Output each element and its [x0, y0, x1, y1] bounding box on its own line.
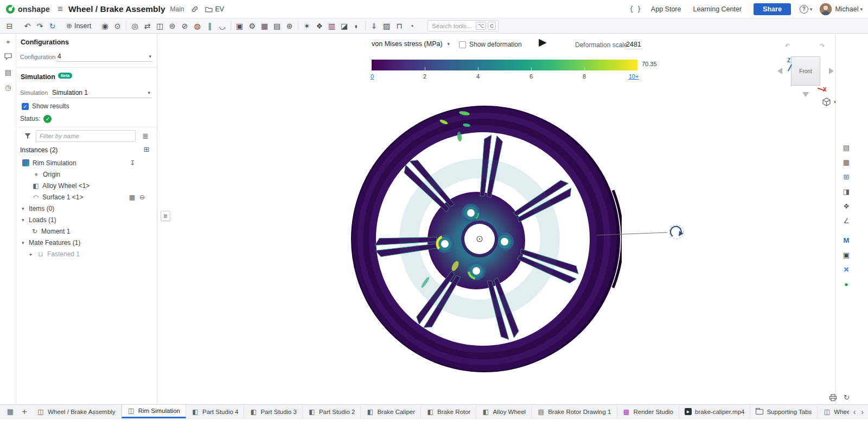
parallel-relation-icon[interactable]: ∥: [203, 20, 216, 32]
exploded-view-icon[interactable]: ✶: [301, 20, 313, 32]
planar-mate-icon[interactable]: ◫: [154, 20, 166, 32]
rotate-down-arrow[interactable]: [802, 92, 809, 97]
simulation-results-icon[interactable]: ◔: [405, 20, 418, 32]
workspace-label[interactable]: Main: [170, 5, 184, 13]
wheel-simulation-model[interactable]: [344, 103, 622, 374]
legend-max-bound[interactable]: 10+: [629, 73, 639, 80]
mesh-icon[interactable]: ▦: [129, 193, 135, 201]
chevron-down-icon[interactable]: ▾: [22, 217, 27, 223]
undo-icon[interactable]: ↶: [21, 20, 34, 32]
tree-item-surface-1[interactable]: ◠ Surface 1 <1> ▦ ⊖: [16, 191, 157, 203]
view-options-cube-menu[interactable]: ▾: [822, 98, 835, 106]
appearance-icon[interactable]: ◐: [350, 20, 363, 32]
rotate-ccw-icon[interactable]: ↶: [785, 42, 790, 49]
help-icon[interactable]: ?: [800, 5, 808, 14]
chevron-right-icon[interactable]: ▸: [30, 251, 35, 257]
view-cube-front-face[interactable]: Front: [791, 56, 820, 86]
legend-min-bound[interactable]: 0: [371, 73, 374, 80]
integration-app-icon-4[interactable]: ●: [840, 278, 852, 290]
snapshot-icon[interactable]: ❖: [313, 20, 326, 32]
properties-panel-icon[interactable]: ▤: [840, 141, 852, 153]
chevron-down-icon[interactable]: ▾: [860, 7, 863, 12]
tangent-relation-icon[interactable]: ◡: [216, 20, 228, 32]
fixed-constraint-icon[interactable]: ⊖: [139, 193, 145, 201]
tab-rim-simulation[interactable]: ◫ Rim Simulation: [122, 405, 186, 418]
mate-connector-icon[interactable]: ◉: [99, 20, 111, 32]
structural-loads-icon[interactable]: ⇓: [368, 20, 380, 32]
versions-panel-icon[interactable]: ⊞: [840, 171, 852, 183]
mate-relation-icon[interactable]: ⚙: [246, 20, 258, 32]
tab-brake-rotor[interactable]: ◧ Brake Rotor: [421, 405, 476, 418]
result-type-dropdown[interactable]: von Mises stress (MPa) ▾: [372, 40, 450, 48]
filter-by-name-input[interactable]: [36, 130, 136, 142]
refresh-icon[interactable]: ↻: [844, 393, 850, 402]
tab-part-studio-3[interactable]: ◧ Part Studio 3: [244, 405, 302, 418]
integration-app-icon-2[interactable]: ▣: [840, 249, 852, 261]
rotate-right-arrow[interactable]: [829, 68, 834, 74]
insert-instance-icon[interactable]: ⊞: [142, 144, 151, 154]
filter-funnel-icon[interactable]: [23, 131, 33, 141]
tab-manager-icon[interactable]: ▦: [3, 405, 17, 418]
panel-toggle-button[interactable]: ≣: [161, 211, 170, 221]
insert-button[interactable]: ⊕ Insert: [62, 20, 95, 31]
tab-supporting-tabs-folder[interactable]: Supporting Tabs: [750, 405, 818, 418]
tab-scroll-left-icon[interactable]: ‹: [853, 407, 856, 416]
tree-section-mate-features[interactable]: ▾ Mate Features (1): [16, 237, 157, 248]
show-deformation-checkbox[interactable]: [459, 41, 466, 48]
tree-section-loads[interactable]: ▾ Loads (1): [16, 214, 157, 225]
rotate-cw-icon[interactable]: ↷: [820, 42, 825, 49]
bom-panel-icon[interactable]: ▦: [840, 156, 852, 168]
show-results-checkbox[interactable]: ✓: [22, 103, 29, 110]
group-icon[interactable]: ▣: [233, 20, 246, 32]
tab-wheel-brake-assembly[interactable]: ◫ Wheel / Brake Assembly: [31, 405, 122, 418]
tree-item-alloy-wheel[interactable]: ◧ Alloy Wheel <1>: [16, 180, 157, 191]
chevron-down-icon[interactable]: ▾: [22, 240, 27, 245]
tab-alloy-wheel[interactable]: ◧ Alloy Wheel: [476, 405, 532, 418]
mesh-settings-icon[interactable]: ▨: [380, 20, 393, 32]
update-icon[interactable]: ↻: [46, 20, 59, 32]
comment-icon[interactable]: [3, 51, 14, 62]
sim-results-panel-icon[interactable]: ❖: [840, 200, 852, 212]
contacts-icon[interactable]: ⊓: [393, 20, 405, 32]
tab-scroll-right-icon[interactable]: ›: [861, 407, 864, 416]
follow-mode-icon[interactable]: ⌖: [3, 37, 14, 48]
view-cube[interactable]: ↶ ↷ Front Z X: [773, 41, 835, 102]
help-menu[interactable]: ? ▾: [800, 5, 813, 14]
tree-item-origin[interactable]: ⌖ Origin: [16, 169, 157, 180]
replicate-icon[interactable]: ▦: [258, 20, 271, 32]
tab-brake-caliper-mp4[interactable]: ▶ brake-caliper.mp4: [679, 405, 750, 418]
share-button[interactable]: Share: [754, 3, 791, 15]
revolute-mate-icon[interactable]: ◎: [129, 20, 141, 32]
named-positions-icon[interactable]: ▥: [326, 20, 338, 32]
chevron-down-icon[interactable]: ▾: [22, 206, 27, 211]
slider-mate-icon[interactable]: ⇄: [141, 20, 154, 32]
tab-part-studio-2[interactable]: ◧ Part Studio 2: [303, 405, 361, 418]
avatar[interactable]: [820, 3, 832, 15]
linear-pattern-icon[interactable]: ▤: [271, 20, 283, 32]
featurescript-icon[interactable]: { }: [629, 5, 641, 13]
add-tab-button[interactable]: +: [17, 405, 31, 418]
user-menu[interactable]: Michael: [835, 5, 858, 13]
view-options-icon[interactable]: ≣: [141, 131, 150, 141]
versions-history-icon[interactable]: ◷: [3, 82, 14, 93]
link-icon[interactable]: [191, 5, 199, 13]
tab-brake-rotor-drawing-1[interactable]: ▤ Brake Rotor Drawing 1: [532, 405, 617, 418]
tree-item-moment-1[interactable]: ↻ Moment 1: [16, 225, 157, 237]
printer-icon[interactable]: [829, 394, 837, 402]
tree-item-fastened-1[interactable]: ▸ ⊔ Fastened 1: [16, 248, 157, 260]
tab-render-studio[interactable]: ▩ Render Studio: [617, 405, 680, 418]
simulation-dropdown[interactable]: Simulation 1 ▾: [50, 87, 151, 98]
app-store-link[interactable]: App Store: [651, 5, 681, 13]
learning-center-link[interactable]: Learning Center: [693, 5, 742, 13]
display-states-panel-icon[interactable]: ◨: [840, 185, 852, 197]
redo-icon[interactable]: ↷: [34, 20, 46, 32]
integration-app-icon-1[interactable]: M: [840, 234, 852, 246]
tab-brake-caliper[interactable]: ◧ Brake Caliper: [361, 405, 421, 418]
section-view-icon[interactable]: ◪: [338, 20, 350, 32]
tree-section-items[interactable]: ▾ Items (0): [16, 203, 157, 214]
main-menu-icon[interactable]: ≡: [58, 4, 63, 15]
circular-pattern-icon[interactable]: ⊛: [283, 20, 296, 32]
tasks-icon[interactable]: ▤: [3, 67, 14, 77]
tab-part-studio-4[interactable]: ◧ Part Studio 4: [186, 405, 244, 418]
pin-slot-mate-icon[interactable]: ⊘: [178, 20, 191, 32]
